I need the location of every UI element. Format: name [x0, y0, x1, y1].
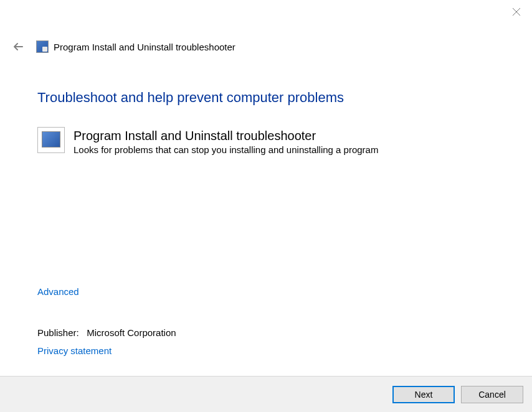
publisher-value: Microsoft Corporation: [87, 327, 176, 338]
close-icon: [512, 7, 521, 16]
page-title: Troubleshoot and help prevent computer p…: [37, 90, 495, 106]
cancel-button[interactable]: Cancel: [461, 386, 523, 403]
troubleshooter-icon: [37, 127, 65, 153]
publisher-label: Publisher:: [37, 327, 79, 338]
window-title: Program Install and Uninstall troublesho…: [54, 42, 235, 52]
header: Program Install and Uninstall troublesho…: [0, 25, 532, 56]
arrow-left-icon: [11, 39, 26, 54]
troubleshooter-item: Program Install and Uninstall troublesho…: [37, 127, 495, 155]
troubleshooter-name: Program Install and Uninstall troublesho…: [74, 128, 378, 143]
close-button[interactable]: [512, 7, 523, 19]
privacy-statement-link[interactable]: Privacy statement: [37, 345, 112, 356]
advanced-link[interactable]: Advanced: [37, 286, 79, 297]
back-button[interactable]: [11, 39, 26, 54]
troubleshooter-description: Looks for problems that can stop you ins…: [74, 144, 378, 155]
troubleshooter-header-icon: [36, 40, 49, 53]
footer: Next Cancel: [0, 376, 532, 412]
next-button[interactable]: Next: [392, 386, 455, 403]
